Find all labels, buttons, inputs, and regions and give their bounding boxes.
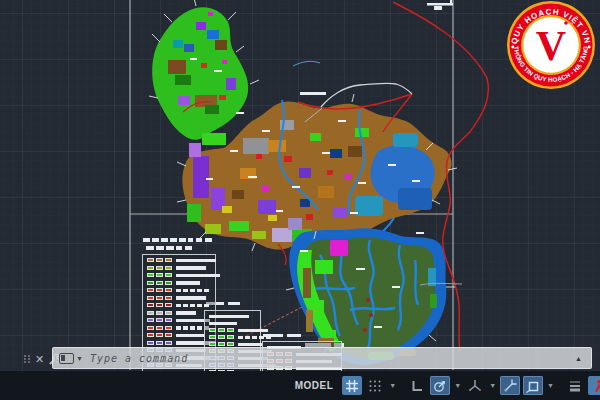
snap-dropdown-caret[interactable]: ▼ [388, 382, 397, 389]
ortho-mode-button[interactable] [407, 376, 427, 395]
osnap-icon [526, 379, 540, 393]
close-icon[interactable]: ✕ [35, 354, 44, 365]
isodraft-dropdown-caret[interactable]: ▼ [488, 382, 497, 389]
recent-commands-caret[interactable]: ▼ [76, 355, 83, 362]
snap-grid-icon [368, 379, 382, 393]
command-input[interactable]: Type a command [90, 353, 188, 364]
annotation-monitor-button[interactable] [588, 376, 600, 395]
osnap-dropdown-caret[interactable]: ▼ [546, 382, 555, 389]
isometric-drafting-button[interactable] [465, 376, 485, 395]
status-bar: MODEL ▼ [0, 371, 600, 400]
snap-mode-button[interactable] [365, 376, 385, 395]
command-window-icon[interactable] [59, 353, 74, 364]
logo-monogram: V [536, 23, 566, 69]
lineweight-button[interactable] [565, 376, 585, 395]
expand-history-arrow[interactable]: ▲ [575, 355, 582, 362]
trusted-dwg-icon [591, 379, 600, 393]
polar-tracking-icon [433, 379, 447, 393]
grid-icon [345, 379, 359, 393]
ortho-icon [410, 379, 424, 393]
isodraft-icon [468, 379, 482, 393]
polar-tracking-button[interactable] [430, 376, 450, 395]
command-drag-grip[interactable] [24, 355, 31, 363]
object-snap-button[interactable] [523, 376, 543, 395]
model-button[interactable]: MODEL [289, 376, 340, 395]
osnap-tracking-icon [503, 379, 517, 393]
lineweight-icon [568, 379, 582, 393]
polar-dropdown-caret[interactable]: ▼ [453, 382, 462, 389]
grid-display-button[interactable] [342, 376, 362, 395]
quyhoach-logo: QUY HOẠCH VIỆT VN THÔNG TIN QUY HOẠCH - … [503, 0, 599, 93]
object-snap-tracking-button[interactable] [500, 376, 520, 395]
autocad-window: QUY HOẠCH VIỆT VN THÔNG TIN QUY HOẠCH - … [0, 0, 600, 400]
command-line[interactable]: ▼ Type a command ▲ [52, 347, 592, 369]
